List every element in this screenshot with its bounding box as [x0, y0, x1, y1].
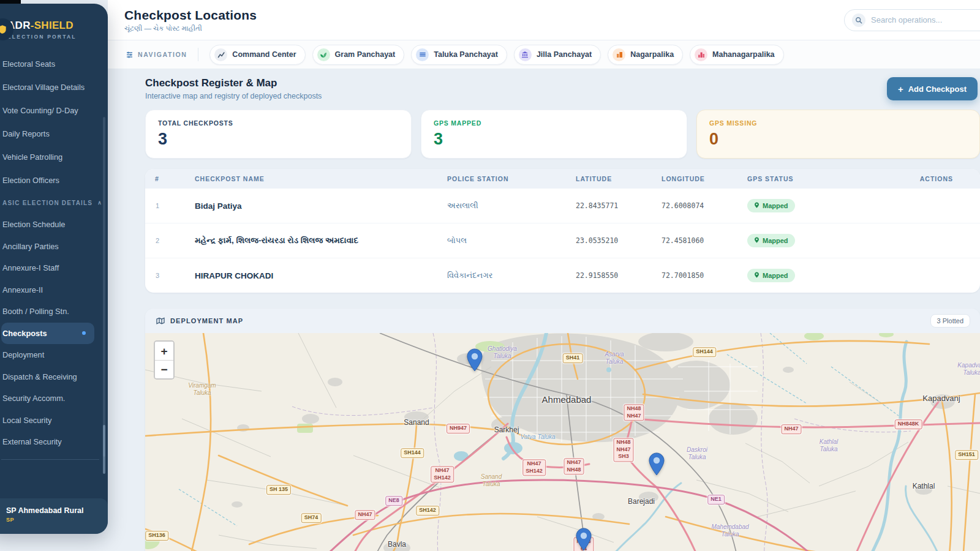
- sidebar-item-dispatch-receiving[interactable]: Dispatch & Receiving: [1, 366, 104, 388]
- user-name: SP Ahmedabad Rural: [6, 506, 100, 515]
- section-title: Checkpost Register & Map: [145, 77, 322, 89]
- road-shield-sh142: SH142: [416, 506, 439, 515]
- nav-pill-mahanagarpalika[interactable]: Mahanagarpalika: [690, 45, 783, 65]
- map-taluka-label: Sanand Taluka: [481, 473, 502, 487]
- map-taluka-label: Kapadvanj Taluka: [957, 362, 980, 376]
- deployment-map-canvas[interactable]: AhmedabadSanandSarkhejBavlaBarejadiMahem…: [145, 333, 980, 551]
- sidebar-item-vote-counting-d-day[interactable]: Vote Counting/ D-Day: [1, 99, 104, 122]
- longitude-value: 72.6008074: [662, 201, 747, 210]
- checkpost-table: #CHECKPOST NAMEPOLICE STATIONLATITUDELON…: [145, 169, 980, 293]
- longitude-value: 72.7001850: [662, 271, 747, 280]
- sidebar: ADR-SHIELD ELECTION PORTAL Electoral Sea…: [0, 4, 108, 534]
- sidebar-item-ancillary-parties[interactable]: Ancillary Parties: [1, 236, 104, 258]
- table-header-row: #CHECKPOST NAMEPOLICE STATIONLATITUDELON…: [145, 169, 980, 189]
- map-zoom-control: + −: [154, 340, 175, 380]
- lines-icon: [416, 48, 429, 61]
- search-box[interactable]: [844, 9, 980, 31]
- nav-pill-gram-panchayat[interactable]: Gram Panchayat: [312, 45, 405, 65]
- bank-icon: [519, 48, 532, 61]
- latitude-value: 23.0535210: [576, 236, 662, 245]
- road-shield-sh144: SH144: [693, 347, 716, 357]
- zoom-out-button[interactable]: −: [155, 360, 173, 378]
- row-number: 1: [145, 202, 195, 209]
- checkpost-name: Bidaj Patiya: [195, 201, 447, 211]
- chevron-up-icon: ∧: [97, 200, 102, 206]
- sidebar-item-election-schedule[interactable]: Election Schedule: [1, 214, 104, 236]
- map-icon: [156, 317, 165, 324]
- sidebar-divider: [1, 459, 99, 460]
- nav-pill-jilla-panchayat[interactable]: Jilla Panchayat: [514, 45, 601, 65]
- sidebar-item-checkposts[interactable]: Checkposts: [1, 323, 94, 345]
- column-header-actions: ACTIONS: [882, 175, 980, 182]
- map-taluka-label: Mahemdabad Taluka: [711, 523, 748, 538]
- plus-icon: +: [898, 84, 903, 94]
- checkpost-marker-icon[interactable]: [576, 528, 592, 551]
- search-input[interactable]: [871, 15, 957, 24]
- nav-pill-label: Gram Panchayat: [335, 50, 396, 59]
- latitude-value: 22.8435771: [576, 201, 662, 210]
- sidebar-item-election-officers[interactable]: Election Officers: [1, 168, 104, 192]
- section-heading-row: Checkpost Register & Map Interactive map…: [145, 77, 980, 100]
- sidebar-item-annexure-i-staff[interactable]: Annexure-I Staff: [1, 257, 104, 279]
- sidebar-nav-top: Electoral SeatsElectoral Village Details…: [1, 52, 104, 192]
- nav-pill-label: Nagarpalika: [630, 50, 674, 59]
- map-town-label: Sanand: [404, 418, 429, 427]
- sidebar-scrollbar-track[interactable]: [103, 117, 105, 457]
- checkpost-marker-icon[interactable]: [649, 452, 665, 476]
- map-town-label: Sarkhej: [494, 425, 519, 434]
- checkpost-name: મહેન્દ્ર ફાર્મ, શિલજ-રાંયરડા રોડ શિલજ અમ…: [195, 236, 447, 246]
- police-station: બોપલ: [447, 236, 576, 246]
- sidebar-item-electoral-seats[interactable]: Electoral Seats: [1, 52, 104, 75]
- brand-subtitle: ELECTION PORTAL: [7, 34, 77, 40]
- map-title: DEPLOYMENT MAP: [170, 317, 243, 324]
- sliders-icon: [126, 51, 134, 59]
- navigation-label: NAVIGATION: [126, 51, 187, 59]
- map-town-label: Barejadi: [628, 497, 655, 506]
- nav-pill-nagarpalika[interactable]: Nagarpalika: [608, 45, 683, 65]
- road-shield-sh74: SH74: [301, 513, 322, 523]
- divider: [198, 48, 198, 61]
- gps-status-cell: Mapped: [747, 234, 882, 247]
- sidebar-item-external-security[interactable]: External Security: [1, 431, 104, 453]
- column-header-gps-status: GPS STATUS: [747, 175, 882, 182]
- user-profile[interactable]: SP Ahmedabad Rural SP: [0, 498, 108, 534]
- sidebar-item-vehicle-patrolling[interactable]: Vehicle Patrolling: [1, 145, 104, 168]
- brand-title: ADR-SHIELD: [7, 20, 77, 32]
- checkpost-marker-icon[interactable]: [467, 348, 483, 372]
- stat-card-gps-mapped: GPS MAPPED3: [421, 110, 687, 159]
- checkpost-name: HIRAPUR CHOKADI: [195, 271, 447, 280]
- building-icon: [612, 48, 625, 61]
- map-labels-layer: AhmedabadSanandSarkhejBavlaBarejadiMahem…: [145, 333, 980, 551]
- zoom-in-button[interactable]: +: [155, 342, 173, 360]
- sidebar-section-basic-election-details[interactable]: ASIC ELECTION DETAILS ∧: [1, 192, 104, 214]
- road-shield-nh47-sh142: NH47 SH142: [522, 459, 546, 476]
- table-body: 1Bidaj Patiyaઅસલાલી22.843577172.6008074M…: [145, 189, 980, 293]
- add-checkpost-button[interactable]: + Add Checkpost: [887, 77, 978, 100]
- road-shield-nh848k: NH848K: [895, 419, 922, 429]
- quick-nav-bar: NAVIGATION Command CenterGram PanchayatT…: [108, 40, 980, 69]
- sidebar-item-annexure-ii[interactable]: Annexure-II: [1, 279, 104, 301]
- latitude-value: 22.9158550: [576, 271, 662, 280]
- road-shield-sh41: SH41: [563, 353, 583, 363]
- pin-icon: [754, 202, 760, 209]
- stat-value: 3: [434, 130, 674, 149]
- page-subtitle-gujarati: ચૂંટણી — ચેક પોસ્ટ માહીતી: [124, 24, 257, 32]
- table-row: 3HIRAPUR CHOKADIવિવેકાનંદનગર22.915855072…: [145, 258, 980, 293]
- row-number: 3: [145, 272, 195, 279]
- sidebar-item-security-accomm[interactable]: Security Accomm.: [1, 388, 104, 410]
- chart-icon: [214, 48, 227, 61]
- stats-row: TOTAL CHECKPOSTS3GPS MAPPED3GPS MISSING0: [145, 110, 980, 159]
- sidebar-item-electoral-village-details[interactable]: Electoral Village Details: [1, 75, 104, 99]
- city-icon: [695, 48, 707, 61]
- nav-pill-taluka-panchayat[interactable]: Taluka Panchayat: [411, 45, 507, 65]
- road-shield-nh47: NH47: [781, 424, 801, 434]
- sidebar-item-daily-reports[interactable]: Daily Reports: [1, 122, 104, 145]
- search-icon: [852, 13, 865, 27]
- road-shield-sh151: SH151: [955, 450, 978, 460]
- section-subtitle: Interactive map and registry of deployed…: [145, 92, 322, 100]
- sidebar-item-deployment[interactable]: Deployment: [1, 344, 104, 366]
- sidebar-scrollbar-thumb[interactable]: [103, 425, 105, 474]
- nav-pill-command-center[interactable]: Command Center: [209, 45, 305, 65]
- sidebar-item-local-security[interactable]: Local Security: [1, 410, 104, 432]
- sidebar-item-booth-polling-stn[interactable]: Booth / Polling Stn.: [1, 301, 104, 323]
